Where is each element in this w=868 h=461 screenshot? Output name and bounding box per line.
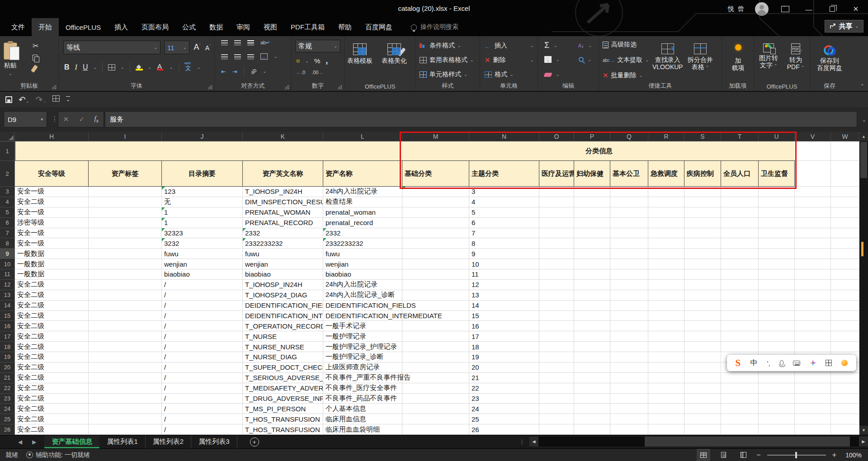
cell-M7[interactable] (402, 228, 469, 239)
cell-U6[interactable] (759, 218, 795, 228)
cell-I11[interactable] (89, 269, 162, 280)
cell-L23[interactable]: 不良事件_药品不良事件 (323, 394, 402, 404)
cell-W8[interactable] (831, 238, 859, 249)
cell-R13[interactable] (648, 290, 684, 301)
cell-T11[interactable] (721, 269, 759, 280)
cell-V24[interactable] (795, 404, 831, 414)
cell-O23[interactable] (539, 394, 574, 404)
header-cell-T2[interactable]: 全员人口 (721, 161, 759, 187)
cell-P6[interactable] (574, 218, 610, 228)
cell-P4[interactable] (574, 197, 610, 207)
cell-U8[interactable] (759, 238, 795, 249)
cell-R4[interactable] (648, 197, 684, 207)
ribbon-tab-审阅[interactable]: 审阅 (230, 18, 257, 36)
cell-S23[interactable] (684, 394, 721, 404)
cell-W26[interactable] (831, 424, 859, 435)
ime-menu-grid-icon[interactable] (826, 360, 832, 366)
cell-I9[interactable] (89, 249, 162, 259)
column-header-U[interactable]: U (759, 132, 795, 141)
number-dialog-launcher[interactable] (338, 85, 342, 89)
cell-O18[interactable] (539, 342, 574, 352)
cell-U9[interactable] (759, 249, 795, 259)
cell-H12[interactable]: 安全二级 (15, 280, 89, 290)
cell-T6[interactable] (721, 218, 759, 228)
cell-P5[interactable] (574, 207, 610, 218)
cell-K17[interactable]: T_NURSE (243, 331, 323, 342)
cell-W10[interactable] (831, 259, 859, 269)
cell-M8[interactable] (402, 238, 469, 249)
cell-Q12[interactable] (610, 280, 648, 290)
row-header-24[interactable]: 24 (0, 404, 15, 414)
cell-H7[interactable]: 安全一级 (15, 228, 89, 239)
cell-I8[interactable] (89, 238, 162, 249)
cell-Q11[interactable] (610, 269, 648, 280)
cell-W16[interactable] (831, 321, 859, 331)
cell-J21[interactable]: / (162, 373, 243, 383)
alignment-dialog-launcher[interactable] (285, 85, 289, 89)
cell-R20[interactable] (648, 362, 684, 373)
cell-I19[interactable] (89, 352, 162, 362)
cell-H21[interactable]: 安全二级 (15, 373, 89, 383)
cell-S20[interactable] (684, 362, 721, 373)
cell-I22[interactable] (89, 383, 162, 394)
ribbon-tab-百度网盘[interactable]: 百度网盘 (359, 18, 399, 36)
cell-J5[interactable]: 1 (162, 207, 243, 218)
cell-K16[interactable]: T_OPERATION_RECORD (243, 321, 323, 331)
column-header-L[interactable]: L (323, 132, 402, 141)
advanced-filter-button[interactable]: 高级筛选 (603, 41, 637, 49)
cell-O10[interactable] (539, 259, 574, 269)
cell-H8[interactable]: 安全一级 (15, 238, 89, 249)
cell-L24[interactable]: 个人基本信息 (323, 404, 402, 414)
column-header-O[interactable]: O (539, 132, 574, 141)
cell-H19[interactable]: 安全二级 (15, 352, 89, 362)
cell-K26[interactable]: T_HOS_TRANSFUSION (243, 424, 323, 435)
bold-button[interactable]: B (64, 63, 70, 71)
cell-O25[interactable] (539, 414, 574, 424)
cell-M17[interactable] (402, 331, 469, 342)
cell-L10[interactable]: wenjian (323, 259, 402, 269)
cell-S25[interactable] (684, 414, 721, 424)
cell-L16[interactable]: 一般手术记录 (323, 321, 402, 331)
cell-K19[interactable]: T_NURSE_DIAG (243, 352, 323, 362)
accounting-format-icon[interactable]: ¤ (296, 57, 300, 65)
ime-punctuation-icon[interactable]: ', (767, 359, 770, 367)
row-header-18[interactable]: 18 (0, 342, 15, 352)
collapse-ribbon-icon[interactable]: ⌃ (860, 83, 864, 89)
to-pdf-button[interactable]: PDF→ 转为 PDF⌄ (783, 40, 808, 71)
cell-V9[interactable] (795, 249, 831, 259)
cell-P13[interactable] (574, 290, 610, 301)
ribbon-tab-插入[interactable]: 插入 (108, 18, 135, 36)
cell-J14[interactable]: / (162, 301, 243, 311)
select-all-corner[interactable] (0, 132, 15, 141)
cell-Q20[interactable] (610, 362, 648, 373)
normal-view-button[interactable] (697, 449, 710, 461)
cut-icon[interactable]: ✂ (33, 42, 38, 50)
cell-S12[interactable] (684, 280, 721, 290)
cell-L6[interactable]: prenatal_record (323, 218, 402, 228)
cell-T7[interactable] (721, 228, 759, 239)
cell-W7[interactable] (831, 228, 859, 239)
cell-K18[interactable]: T_NURSE_NURSE (243, 342, 323, 352)
cell-O24[interactable] (539, 404, 574, 414)
cell-V8[interactable] (795, 238, 831, 249)
cell-L4[interactable]: 检查结果 (323, 197, 402, 207)
cell-J3[interactable]: 123 (162, 187, 243, 197)
cell-V18[interactable] (795, 342, 831, 352)
cell-I14[interactable] (89, 301, 162, 311)
hscroll-left-icon[interactable]: ◀ (529, 437, 538, 447)
merge-center-icon[interactable]: ↔ (260, 53, 268, 60)
cell-V4[interactable] (795, 197, 831, 207)
cell-R16[interactable] (648, 321, 684, 331)
delete-cells-button[interactable]: ✕删除⌄ (485, 56, 533, 64)
cell-N17[interactable]: 17 (469, 331, 539, 342)
page-layout-view-button[interactable] (717, 449, 730, 461)
cell-O20[interactable] (539, 362, 574, 373)
cell-O9[interactable] (539, 249, 574, 259)
column-header-V[interactable]: V (795, 132, 831, 141)
minimize-button[interactable]: — (802, 2, 816, 16)
cell-W6[interactable] (831, 218, 859, 228)
cell-U11[interactable] (759, 269, 795, 280)
redo-icon[interactable]: ↷⌄ (35, 94, 46, 105)
ribbon-tab-公式[interactable]: 公式 (175, 18, 203, 36)
cell-J6[interactable]: 1 (162, 218, 243, 228)
